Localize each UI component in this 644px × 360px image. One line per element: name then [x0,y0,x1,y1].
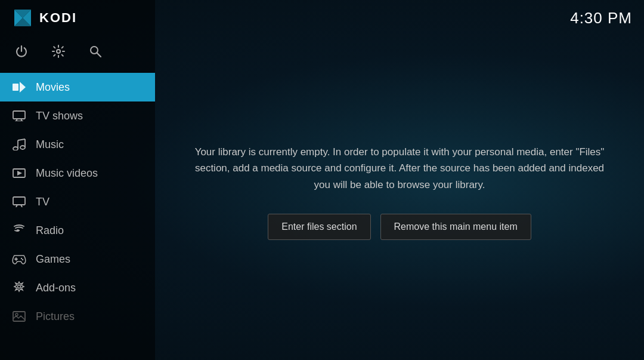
pictures-icon [12,309,26,324]
app-container: KODI 4:30 PM [0,0,644,360]
svg-rect-7 [13,84,18,91]
top-bar: KODI 4:30 PM [0,0,644,36]
movies-icon [12,80,26,94]
sidebar: Movies TV shows [0,0,155,360]
sidebar-item-add-ons[interactable]: Add-ons [0,273,155,302]
music-videos-label: Music videos [36,167,98,180]
add-ons-label: Add-ons [36,282,76,294]
sidebar-nav: Movies TV shows [0,73,155,331]
music-icon [12,137,26,152]
sidebar-item-music[interactable]: Music [0,130,155,159]
sidebar-top-icons [0,36,155,70]
kodi-logo-icon [12,7,33,29]
svg-point-26 [21,258,22,259]
enter-files-section-button[interactable]: Enter files section [268,214,370,240]
pictures-label: Pictures [36,310,75,323]
power-icon [15,45,28,58]
svg-marker-19 [17,171,22,176]
radio-icon [12,223,26,238]
gear-icon [52,45,65,58]
games-label: Games [36,253,70,266]
svg-rect-9 [13,111,25,119]
tv-shows-label: TV shows [36,110,83,122]
tv-shows-icon [12,109,26,123]
sidebar-item-tv[interactable]: TV [0,187,155,216]
svg-point-27 [22,259,23,260]
svg-line-17 [18,139,25,140]
action-buttons: Enter files section Remove this main men… [268,214,531,240]
app-title: KODI [39,10,77,26]
sidebar-item-music-videos[interactable]: Music videos [0,159,155,187]
svg-point-14 [20,146,25,149]
empty-library-message: Your library is currently empty. In orde… [191,144,608,193]
main-content: Your library is currently empty. In orde… [155,0,644,360]
svg-line-6 [97,53,101,57]
search-icon [89,45,102,58]
movies-label: Movies [36,81,70,94]
radio-label: Radio [36,224,64,237]
tv-label: TV [36,196,49,208]
sidebar-item-movies[interactable]: Movies [0,73,155,101]
remove-menu-item-button[interactable]: Remove this main menu item [380,214,531,240]
svg-point-13 [13,147,18,150]
music-videos-icon [12,166,26,180]
search-button[interactable] [86,42,105,61]
logo-area: KODI [12,7,77,29]
svg-marker-8 [20,82,26,93]
games-icon [12,252,26,266]
add-ons-icon [12,281,26,295]
sidebar-item-radio[interactable]: Radio [0,216,155,245]
music-label: Music [36,139,64,151]
clock: 4:30 PM [570,9,632,27]
settings-button[interactable] [49,42,68,61]
power-button[interactable] [12,42,31,61]
svg-point-4 [57,50,60,53]
svg-point-23 [17,229,19,232]
svg-rect-20 [13,197,25,205]
sidebar-item-pictures[interactable]: Pictures [0,302,155,331]
sidebar-item-tv-shows[interactable]: TV shows [0,101,155,130]
tv-icon [12,195,26,209]
svg-point-28 [18,285,21,288]
sidebar-item-games[interactable]: Games [0,245,155,273]
